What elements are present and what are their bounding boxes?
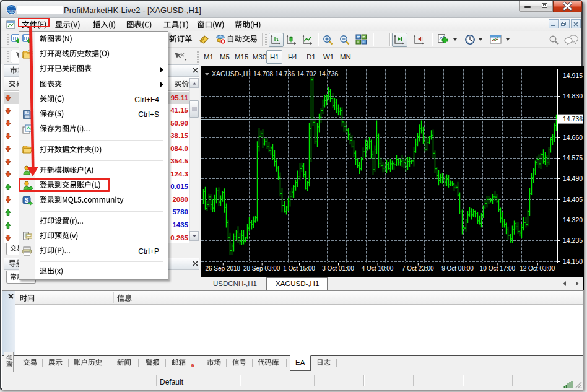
- svg-text:14.915: 14.915: [563, 72, 583, 79]
- svg-text:3 Oct 01:00: 3 Oct 01:00: [322, 265, 354, 272]
- svg-text:14.575: 14.575: [563, 154, 583, 162]
- svg-text:14.490: 14.490: [563, 175, 583, 182]
- svg-text:14.405: 14.405: [563, 196, 583, 203]
- svg-text:14.736: 14.736: [563, 115, 583, 123]
- svg-text:14.660: 14.660: [563, 134, 583, 141]
- svg-text:14.235: 14.235: [563, 237, 583, 244]
- svg-text:28 Sep 03:00: 28 Sep 03:00: [243, 265, 280, 272]
- svg-text:14.320: 14.320: [563, 216, 583, 224]
- svg-text:PROFIT: PROFIT: [7, 9, 17, 12]
- svg-text:7 Oct 23:00: 7 Oct 23:00: [402, 265, 434, 272]
- svg-text:14.830: 14.830: [563, 92, 583, 100]
- svg-text:14.150: 14.150: [563, 258, 583, 265]
- svg-text:XAGUSD-,H1 14.708 14.736 14.7: XAGUSD-,H1 14.708 14.736 14.702 14.736: [212, 70, 338, 77]
- svg-text:12 Oct 03:00: 12 Oct 03:00: [520, 265, 555, 272]
- svg-text:9 Oct 08:00: 9 Oct 08:00: [441, 265, 474, 272]
- svg-text:10 Oct 17:00: 10 Oct 17:00: [480, 265, 516, 272]
- svg-text:1 Oct 15:00: 1 Oct 15:00: [283, 265, 315, 272]
- svg-text:4 Oct 10:00: 4 Oct 10:00: [362, 265, 394, 272]
- svg-text:26 Sep 2018: 26 Sep 2018: [205, 265, 240, 272]
